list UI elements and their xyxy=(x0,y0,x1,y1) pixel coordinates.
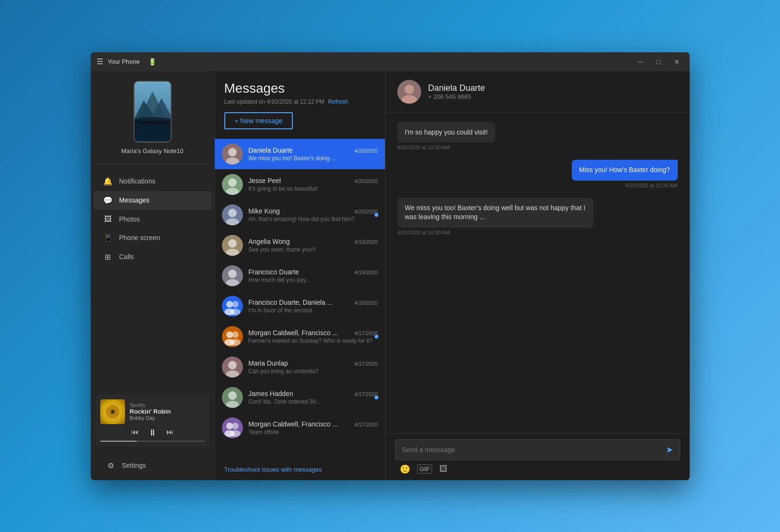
conv-preview: We miss you too! Baxter's doing ... xyxy=(249,155,378,162)
svg-point-47 xyxy=(230,430,241,437)
music-info: ROBIN Spotify Rockin' Robin Bobby Day xyxy=(100,399,205,424)
avatar xyxy=(222,357,243,377)
messages-panel: Messages Last updated on 4/20/2020 at 12… xyxy=(214,71,385,480)
list-item[interactable]: Morgan Caldwell, Francisco ... 4/17/2020… xyxy=(215,413,385,443)
conv-name: Maria Dunlap xyxy=(249,359,288,367)
message-input[interactable] xyxy=(402,446,661,454)
chat-header: Daniela Duarte + 206 545 8665 xyxy=(385,71,690,113)
play-pause-button[interactable]: ⏸ xyxy=(148,428,157,438)
svg-point-34 xyxy=(232,331,239,338)
conv-preview: How much did you pay... xyxy=(249,277,378,283)
conv-body: Morgan Caldwell, Francisco ... 4/17/2020… xyxy=(249,420,378,435)
close-button[interactable]: ✕ xyxy=(670,55,684,69)
svg-point-19 xyxy=(228,209,237,217)
menu-icon[interactable]: ☰ xyxy=(96,57,103,66)
window-controls: ─ □ ✕ xyxy=(634,55,684,69)
conv-name: Mike Kong xyxy=(249,207,280,215)
sidebar: Maria's Galaxy Note10 🔔 Notifications 💬 … xyxy=(91,71,214,480)
conv-preview: Can you bring an umbrella? xyxy=(249,368,378,375)
conv-body: Angelia Wong 4/19/2020 See you soon, tha… xyxy=(249,238,378,253)
main-content: Maria's Galaxy Note10 🔔 Notifications 💬 … xyxy=(91,71,690,480)
music-text: Spotify Rockin' Robin Bobby Day xyxy=(130,402,205,421)
list-item[interactable]: Morgan Caldwell, Francisco ... 4/17/2020… xyxy=(215,321,385,352)
chat-messages-area: I'm so happy you could visit! 4/20/2020 … xyxy=(385,113,690,433)
message-wrapper: I'm so happy you could visit! 4/20/2020 … xyxy=(397,122,678,151)
svg-point-5 xyxy=(135,117,171,124)
app-window: ☰ Your Phone 🔋 ─ □ ✕ xyxy=(91,52,690,480)
conv-date: 4/17/2020 xyxy=(355,361,378,367)
list-item[interactable]: Francisco Duarte, Daniela ... 4/18/2020 … xyxy=(215,291,385,321)
avatar xyxy=(222,265,243,286)
new-message-button[interactable]: + New message xyxy=(224,112,293,129)
sidebar-item-calls[interactable]: ⊞ Calls xyxy=(94,248,212,266)
sidebar-item-settings[interactable]: ⚙ Settings xyxy=(96,456,209,475)
svg-point-49 xyxy=(404,85,414,94)
conv-date: 4/19/2020 xyxy=(355,270,378,275)
message-wrapper: Miss you! How's Baxter doing? 4/20/2020 … xyxy=(397,160,678,188)
sidebar-item-photos[interactable]: 🖼 Photos xyxy=(94,210,212,228)
sidebar-item-messages[interactable]: 💬 Messages xyxy=(94,191,212,210)
refresh-link[interactable]: Refresh xyxy=(328,98,348,105)
app-title: Your Phone xyxy=(108,58,140,65)
avatar xyxy=(222,326,243,347)
sidebar-item-notifications[interactable]: 🔔 Notifications xyxy=(94,172,212,191)
list-item[interactable]: James Hadden 4/17/2020 Cool! Ms. Zenk or… xyxy=(215,382,385,413)
title-bar-left: ☰ Your Phone 🔋 xyxy=(96,57,634,66)
svg-point-22 xyxy=(228,239,237,248)
calls-icon: ⊞ xyxy=(103,252,113,261)
sidebar-item-phone-screen[interactable]: 📱 Phone screen xyxy=(94,229,212,247)
message-wrapper: We miss you too! Baxter's doing well but… xyxy=(397,198,678,235)
phone-mockup xyxy=(134,81,172,143)
svg-point-44 xyxy=(226,423,233,429)
chat-contact-info: Daniela Duarte + 206 545 8665 xyxy=(428,83,678,100)
music-artist: Bobby Day xyxy=(130,415,205,421)
messages-label: Messages xyxy=(119,196,150,204)
conv-body: Jesse Peel 4/20/2020 It's going to be so… xyxy=(249,177,378,192)
list-item[interactable]: Mike Kong 4/20/2020 Ah, that's amazing! … xyxy=(215,200,385,230)
photos-icon: 🖼 xyxy=(103,215,113,223)
next-track-button[interactable]: ⏭ xyxy=(166,428,174,438)
svg-point-28 xyxy=(226,301,233,308)
phone-display: Maria's Galaxy Note10 xyxy=(91,71,214,162)
music-title: Rockin' Robin xyxy=(130,408,205,415)
conv-preview: Cool! Ms. Zenk ordered 50... xyxy=(249,398,378,405)
svg-point-13 xyxy=(228,148,237,156)
send-button[interactable]: ➤ xyxy=(666,445,673,455)
maximize-button[interactable]: □ xyxy=(652,55,666,69)
svg-point-33 xyxy=(226,331,233,338)
notifications-icon: 🔔 xyxy=(103,177,113,186)
message-bubble: I'm so happy you could visit! xyxy=(397,122,496,143)
emoji-button[interactable]: 🙂 xyxy=(400,464,410,474)
message-time: 4/20/2020 at 10:30 AM xyxy=(397,230,450,235)
conv-name: Daniela Duarte xyxy=(249,146,293,154)
conv-date: 4/20/2020 xyxy=(355,178,378,184)
messages-icon: 💬 xyxy=(103,196,113,205)
message-time: 4/20/2020 at 10:30 AM xyxy=(397,145,450,150)
conv-name: Angelia Wong xyxy=(249,238,290,245)
conv-name: Francisco Duarte xyxy=(249,268,299,276)
prev-track-button[interactable]: ⏮ xyxy=(131,428,139,438)
list-item[interactable]: Angelia Wong 4/19/2020 See you soon, tha… xyxy=(215,230,385,261)
image-button[interactable]: 🖼 xyxy=(439,464,448,474)
battery-icon: 🔋 xyxy=(148,58,156,66)
gif-button[interactable]: GIF xyxy=(417,464,433,474)
svg-point-16 xyxy=(228,178,237,187)
list-item[interactable]: Daniela Duarte 4/20/2020 We miss you too… xyxy=(215,139,385,169)
music-progress-bar[interactable] xyxy=(100,441,205,442)
list-item[interactable]: Jesse Peel 4/20/2020 It's going to be so… xyxy=(215,169,385,200)
list-item[interactable]: Maria Dunlap 4/17/2020 Can you bring an … xyxy=(215,352,385,382)
troubleshoot-link[interactable]: Troubleshoot issues with messages xyxy=(215,459,385,480)
sidebar-nav: 🔔 Notifications 💬 Messages 🖼 Photos 📱 Ph… xyxy=(91,167,214,390)
phone-screen-icon: 📱 xyxy=(103,233,113,242)
conv-preview: See you soon, thank you!!! xyxy=(249,246,378,253)
settings-label: Settings xyxy=(122,462,146,469)
chat-toolbar-icons: 🙂 GIF 🖼 xyxy=(395,464,680,474)
conv-date: 4/18/2020 xyxy=(355,300,378,306)
album-art-inner: ROBIN xyxy=(100,399,125,424)
sidebar-footer: ⚙ Settings xyxy=(91,451,214,480)
conv-name: Morgan Caldwell, Francisco ... xyxy=(249,329,338,337)
music-progress-fill xyxy=(100,441,137,442)
minimize-button[interactable]: ─ xyxy=(634,55,648,69)
list-item[interactable]: Francisco Duarte 4/19/2020 How much did … xyxy=(215,261,385,291)
avatar xyxy=(222,417,243,438)
